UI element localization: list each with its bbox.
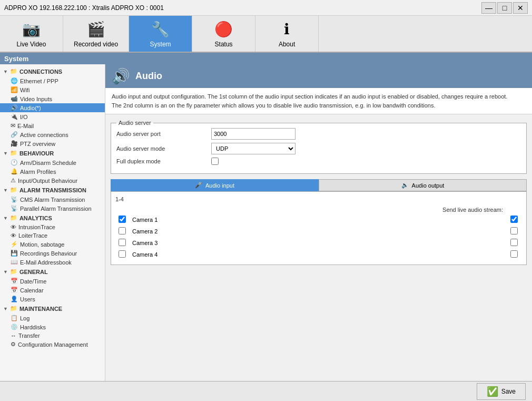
sidebar-item-motion-sabotage[interactable]: ⚡ Motion, sabotage	[0, 240, 105, 249]
motion-sabotage-label: Motion, sabotage	[20, 241, 64, 248]
mode-select[interactable]: UDP TCP	[211, 143, 295, 154]
sidebar-item-wifi[interactable]: 📶 Wifi	[0, 85, 105, 94]
toolbar-about[interactable]: ℹ About	[255, 16, 319, 52]
camera-stream-cell	[506, 226, 522, 237]
sidebar-item-email[interactable]: ✉ E-Mail	[0, 121, 105, 130]
sidebar-section-alarm-transmission[interactable]: ▼ 📁 ALARM TRANSMISSION	[0, 185, 105, 195]
date-time-label: Date/Time	[20, 278, 46, 285]
sidebar-item-recordings-behaviour[interactable]: 💾 Recordings Behaviour	[0, 249, 105, 258]
sidebar-item-transfer[interactable]: ↔ Transfer	[0, 331, 105, 340]
toolbar-system-label: System	[150, 41, 171, 48]
sidebar-item-intrusion-trace[interactable]: 👁 IntrusionTrace	[0, 223, 105, 231]
toolbar-live-video[interactable]: 📷 Live Video	[0, 16, 63, 52]
camera-stream-spacer	[182, 226, 506, 237]
sidebar-item-io[interactable]: 🔌 I/O	[0, 112, 105, 121]
tab-audio-output[interactable]: 🔈 Audio output	[319, 179, 527, 191]
behaviour-folder-icon: 📁	[10, 150, 17, 157]
duplex-checkbox[interactable]	[211, 158, 219, 165]
audio-tabs: 🎤 Audio input 🔈 Audio output	[111, 179, 527, 191]
email-icon: ✉	[11, 122, 15, 129]
toolbar-recorded-video-label: Recorded video	[74, 41, 118, 48]
description-line1: Audio input and output configuration. Th…	[112, 92, 526, 101]
camera-stream-checkbox-1[interactable]	[510, 227, 518, 234]
sidebar-item-log[interactable]: 📋 Log	[0, 314, 105, 322]
parallel-alarm-icon: 📡	[11, 205, 18, 212]
toolbar-status-label: Status	[215, 41, 233, 48]
sidebar-section-maintenance[interactable]: ▼ 📁 MAINTENANCE	[0, 304, 105, 314]
sidebar-item-date-time[interactable]: 📅 Date/Time	[0, 277, 105, 286]
col-stream-check	[506, 206, 522, 214]
sidebar-section-behaviour[interactable]: ▼ 📁 BEHAVIOUR	[0, 148, 105, 158]
sidebar-section-connections[interactable]: ▼ 📁 CONNECTIONS	[0, 66, 105, 76]
expand-alarm-icon: ▼	[3, 188, 8, 193]
users-icon: 👤	[11, 296, 18, 302]
mode-label: Audio server mode	[116, 145, 211, 152]
sidebar-item-video-inputs[interactable]: 📹 Video Inputs	[0, 94, 105, 103]
analytics-label: ANALYTICS	[19, 215, 52, 221]
loiter-trace-label: LoiterTrace	[18, 232, 47, 239]
sidebar-item-arm-disarm[interactable]: 🕐 Arm/Disarm Schedule	[0, 158, 105, 167]
info-icon: ℹ	[278, 19, 297, 38]
bottom-bar: ✅ Save	[0, 381, 532, 401]
camera-enabled-checkbox-0[interactable]	[119, 216, 126, 223]
camera-stream-spacer	[182, 237, 506, 249]
audio-icon: 🔊	[11, 104, 18, 111]
toolbar-system[interactable]: 🔧 System	[129, 16, 192, 52]
sidebar-item-parallel-alarm[interactable]: 📡 Parallel Alarm Transmission	[0, 204, 105, 213]
camera-name-cell: Camera 4	[129, 249, 182, 260]
sidebar-section-general[interactable]: ▼ 📁 GENERAL	[0, 267, 105, 277]
save-checkmark-icon: ✅	[487, 386, 498, 397]
camera-name-cell: Camera 1	[129, 214, 182, 226]
tab-audio-output-label: Audio output	[412, 182, 445, 189]
sidebar-item-active-connections[interactable]: 🔗 Active connections	[0, 130, 105, 139]
recordings-behaviour-label: Recordings Behaviour	[20, 250, 77, 257]
panel-header: 🔊 Audio	[105, 64, 532, 88]
camera-enabled-checkbox-2[interactable]	[119, 239, 126, 246]
sidebar-item-alarm-profiles[interactable]: 🔔 Alarm Profiles	[0, 167, 105, 176]
sidebar-item-users[interactable]: 👤 Users	[0, 295, 105, 304]
camera-enabled-cell	[115, 249, 129, 260]
loiter-icon: 👁	[11, 232, 16, 239]
camera-stream-checkbox-3[interactable]	[510, 250, 518, 258]
sidebar-item-ptz[interactable]: 🎥 PTZ overview	[0, 139, 105, 148]
sidebar-item-email-addressbook[interactable]: 📖 E-Mail Addressbook	[0, 258, 105, 267]
sidebar-item-audio[interactable]: 🔊 Audio(*)	[0, 103, 105, 112]
maximize-button[interactable]: □	[497, 2, 512, 14]
sidebar: ▼ 📁 CONNECTIONS 🌐 Ethernet / PPP 📶 Wifi …	[0, 64, 105, 401]
sidebar-item-harddisks[interactable]: 💿 Harddisks	[0, 322, 105, 331]
camera-stream-checkbox-0[interactable]	[510, 216, 518, 223]
arm-disarm-label: Arm/Disarm Schedule	[20, 160, 76, 166]
sidebar-item-cms-alarm[interactable]: 📡 CMS Alarm Transmission	[0, 195, 105, 204]
harddisks-label: Harddisks	[20, 324, 46, 330]
titlebar-title: ADPRO XO 192.168.222.100 : Xtralis ADPRO…	[4, 4, 481, 12]
toolbar-live-video-label: Live Video	[17, 41, 46, 48]
toolbar-status[interactable]: 🔴 Status	[192, 16, 255, 52]
sidebar-item-loiter-trace[interactable]: 👁 LoiterTrace	[0, 231, 105, 240]
duplex-row: Full duplex mode	[116, 158, 521, 165]
camera-enabled-checkbox-3[interactable]	[119, 250, 126, 258]
sidebar-item-input-output-behaviour[interactable]: ⚠ Input/Output Behaviour	[0, 176, 105, 185]
behaviour-label: BEHAVIOUR	[19, 150, 54, 157]
save-button[interactable]: ✅ Save	[477, 383, 526, 400]
toolbar-recorded-video[interactable]: 🎬 Recorded video	[63, 16, 129, 52]
cms-icon: 📡	[11, 196, 18, 203]
sidebar-item-config-mgmt[interactable]: ⚙ Configuration Management	[0, 340, 105, 349]
sidebar-section-analytics[interactable]: ▼ 📁 ANALYTICS	[0, 213, 105, 223]
camera-enabled-checkbox-1[interactable]	[119, 227, 126, 234]
tab-audio-input[interactable]: 🎤 Audio input	[111, 179, 319, 191]
sidebar-item-calendar[interactable]: 📅 Calendar	[0, 286, 105, 295]
camera-enabled-cell	[115, 237, 129, 249]
expand-general-icon: ▼	[3, 269, 8, 275]
close-button[interactable]: ✕	[513, 2, 528, 14]
minimize-button[interactable]: —	[481, 2, 496, 14]
camera-table-container: 1-4 Send live audio stream: Camera 1	[111, 191, 527, 265]
port-input[interactable]	[211, 128, 295, 140]
camera-stream-spacer	[182, 214, 506, 226]
table-row: Camera 2	[115, 226, 522, 237]
transfer-icon: ↔	[11, 332, 16, 339]
wifi-label: Wifi	[20, 87, 29, 93]
ethernet-icon: 🌐	[11, 77, 18, 84]
sidebar-item-ethernet[interactable]: 🌐 Ethernet / PPP	[0, 76, 105, 85]
camera-stream-checkbox-2[interactable]	[510, 239, 518, 246]
panel-description: Audio input and output configuration. Th…	[105, 88, 532, 114]
